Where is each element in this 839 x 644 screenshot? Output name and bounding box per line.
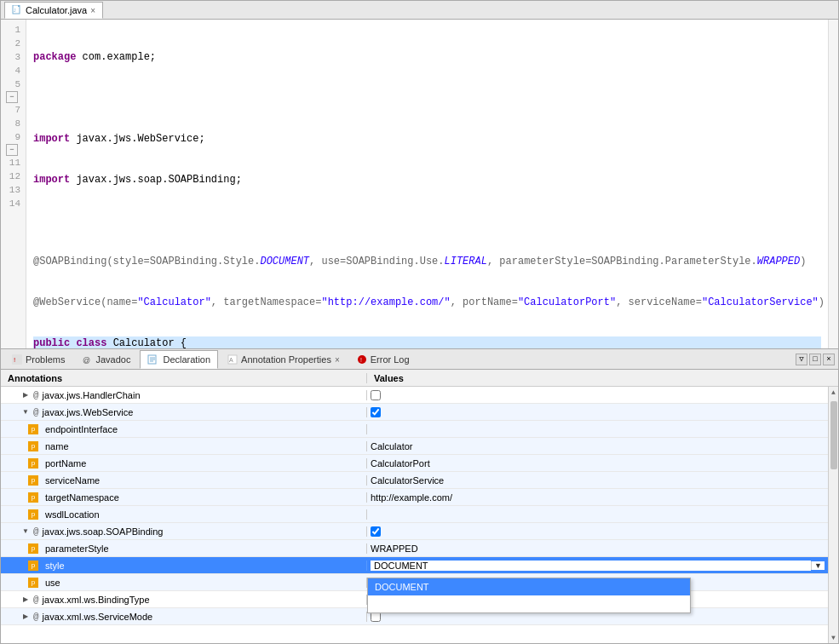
handlerchain-label: javax.jws.HandlerChain [43,390,141,400]
bottom-panel: ! Problems @ Javadoc Declaration A A [0,349,839,644]
row-servicemode-name: ▶ @ javax.xml.ws.ServiceMode [1,612,367,622]
property-icon-servicename: p [28,475,38,486]
tab-declaration[interactable]: Declaration [140,350,218,369]
editor-scrollbar[interactable] [828,20,838,348]
expand-servicemode[interactable]: ▶ [21,612,30,621]
editor-tab-label: Calculator.java [26,5,87,15]
svg-text:@: @ [83,356,90,365]
portname-value: CalculatorPort [371,458,430,469]
table-scrollbar[interactable]: ▲ ▼ [828,387,838,643]
row-servicename[interactable]: p serviceName CalculatorService [1,472,828,489]
row-portname-name: p portName [1,458,367,469]
row-parameterstyle[interactable]: p parameterStyle WRAPPED [1,540,828,557]
declaration-icon [147,354,159,365]
name-value: Calculator [371,441,413,451]
bindingtype-label: javax.xml.ws.BindingType [43,595,150,605]
expand-handlerchain[interactable]: ▶ [21,391,30,400]
svg-text:A: A [229,357,233,363]
col-annotations-header: Annotations [1,373,367,383]
targetnamespace-label: targetNamespace [45,492,119,503]
row-style[interactable]: p style DOCUMENT ▼ DOCUMENT RPC [1,557,828,574]
row-style-value[interactable]: DOCUMENT ▼ DOCUMENT RPC [367,561,828,571]
webservice-checkbox[interactable] [371,407,381,417]
property-icon-use: p [28,578,38,588]
tab-error-log-label: Error Log [371,354,410,365]
soapbinding-checkbox[interactable] [371,526,381,537]
handlerchain-checkbox[interactable] [371,390,381,400]
row-handlerchain-value [367,390,828,400]
row-webservice-value [367,407,828,417]
editor-tab-calculator[interactable]: J Calculator.java × [4,2,103,19]
at-icon-webservice: @ [33,407,39,417]
wsdllocation-label: wsdlLocation [45,509,100,520]
tab-javadoc-label: Javadoc [95,354,130,365]
style-option-document[interactable]: DOCUMENT [368,578,690,595]
annotation-table: Annotations Values ▶ @ javax.jws.Handler… [1,370,838,643]
expand-bindingtype[interactable]: ▶ [21,595,30,604]
row-soapbinding[interactable]: ▼ @ javax.jws.soap.SOAPBinding [1,523,828,540]
scrollbar-thumb[interactable] [830,401,837,469]
row-targetnamespace[interactable]: p targetNamespace http://example.com/ [1,489,828,506]
close-panel-button[interactable]: × [823,354,835,365]
maximize-button[interactable]: □ [809,354,821,365]
style-value: DOCUMENT [371,561,811,571]
tab-error-log[interactable]: ! Error Log [349,350,417,369]
tab-annotation-properties-close[interactable]: × [335,355,340,365]
svg-point-12 [358,355,366,364]
scrollbar-up[interactable]: ▲ [830,387,837,398]
minimize-button[interactable]: ▽ [796,354,807,365]
endpointinterface-label: endpointInterface [45,424,118,434]
table-header: Annotations Values [1,370,838,387]
row-name[interactable]: p name Calculator [1,438,828,455]
editor-scrollable: 1 2 3 4 5 − 7 8 9 − 11 12 13 14 package … [1,20,838,348]
scrollbar-down[interactable]: ▼ [830,632,837,643]
code-line-3: import javax.jws.WebService; [33,132,821,146]
row-webservice[interactable]: ▼ @ javax.jws.WebService [1,404,828,421]
row-soapbinding-value [367,526,828,537]
at-icon-soapbinding: @ [33,526,39,537]
code-line-4: import javax.jws.soap.SOAPBinding; [33,173,821,187]
tab-problems[interactable]: ! Problems [4,350,72,369]
expand-webservice[interactable]: ▼ [21,408,30,417]
row-use-name: p use [1,578,367,588]
tab-controls: ▽ □ × [796,354,835,365]
style-option-rpc[interactable]: RPC [368,595,690,612]
tab-javadoc[interactable]: @ Javadoc [74,350,138,369]
code-line-8: public class Calculator { [33,336,821,348]
row-endpointinterface[interactable]: p endpointInterface [1,421,828,438]
row-webservice-name: ▼ @ javax.jws.WebService [1,407,367,417]
row-wsdllocation[interactable]: p wsdlLocation [1,506,828,523]
editor-tab-close[interactable]: × [90,6,95,15]
row-name-name: p name [1,441,367,451]
row-bindingtype-name: ▶ @ javax.xml.ws.BindingType [1,595,367,605]
property-icon-targetnamespace: p [28,492,38,503]
annotation-properties-icon: A [227,354,238,365]
row-handlerchain[interactable]: ▶ @ javax.jws.HandlerChain [1,387,828,404]
problems-icon: ! [12,354,22,365]
row-style-name: p style [1,561,367,571]
parameterstyle-label: parameterStyle [45,543,109,554]
expand-soapbinding[interactable]: ▼ [21,527,30,536]
fold-marker-10[interactable]: − [6,144,18,156]
table-rows: ▶ @ javax.jws.HandlerChain ▼ @ javax.jws… [1,387,828,643]
line-numbers: 1 2 3 4 5 − 7 8 9 − 11 12 13 14 [1,20,26,348]
code-line-5 [33,214,821,227]
code-area[interactable]: package com.example; import javax.jws.We… [26,20,828,348]
property-icon-style: p [28,561,38,571]
dropdown-arrow-style[interactable]: ▼ [811,561,825,570]
style-dropdown-popup: DOCUMENT RPC [367,578,691,613]
row-servicename-value: CalculatorService [367,475,828,486]
tab-problems-label: Problems [26,354,65,365]
style-label: style [45,561,65,571]
targetnamespace-value: http://example.com/ [371,492,452,503]
row-portname[interactable]: p portName CalculatorPort [1,455,828,472]
code-line-2 [33,91,821,105]
servicename-label: serviceName [45,475,100,486]
tab-annotation-properties[interactable]: A Annotation Properties × [220,350,348,369]
row-soapbinding-name: ▼ @ javax.jws.soap.SOAPBinding [1,526,367,537]
name-label: name [45,441,69,451]
svg-text:!: ! [14,356,15,364]
row-parameterstyle-name: p parameterStyle [1,543,367,554]
style-dropdown-trigger[interactable]: DOCUMENT ▼ [371,561,825,571]
fold-marker-6[interactable]: − [6,91,18,103]
